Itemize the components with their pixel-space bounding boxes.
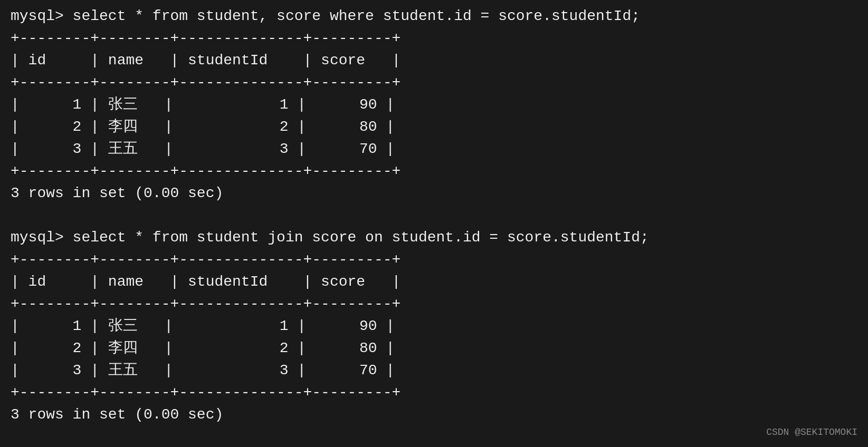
terminal-line-row: | 1 | 张三 | 1 | 90 | <box>11 318 395 334</box>
terminal-line-divider: +--------+--------+--------------+------… <box>11 251 400 268</box>
terminal-line-row: | 3 | 王五 | 3 | 70 | <box>11 362 395 378</box>
terminal-line-divider: +--------+--------+--------------+------… <box>11 296 400 312</box>
terminal-line-row: | 3 | 王五 | 3 | 70 | <box>11 141 395 157</box>
terminal-line-divider: +--------+--------+--------------+------… <box>11 163 400 179</box>
terminal-line-command: mysql> select * from student, score wher… <box>11 8 640 24</box>
terminal-line-header: | id | name | studentId | score | <box>11 52 400 69</box>
terminal-line-info: 3 rows in set (0.00 sec) <box>11 185 223 201</box>
terminal-line-command: mysql> select * from student join score … <box>11 229 649 246</box>
terminal-line-divider: +--------+--------+--------------+------… <box>11 74 400 91</box>
terminal-line-divider: +--------+--------+--------------+------… <box>11 384 400 401</box>
terminal-line-row: | 2 | 李四 | 2 | 80 | <box>11 119 395 135</box>
watermark: CSDN @SEKITOMOKI <box>766 425 857 440</box>
terminal-line-header: | id | name | studentId | score | <box>11 274 400 290</box>
terminal-line-divider: +--------+--------+--------------+------… <box>11 30 400 46</box>
terminal-line-row: | 1 | 张三 | 1 | 90 | <box>11 96 395 113</box>
terminal-line-info: 3 rows in set (0.00 sec) <box>11 406 223 423</box>
terminal-line-row: | 2 | 李四 | 2 | 80 | <box>11 340 395 356</box>
terminal-output: mysql> select * from student, score wher… <box>11 5 857 447</box>
